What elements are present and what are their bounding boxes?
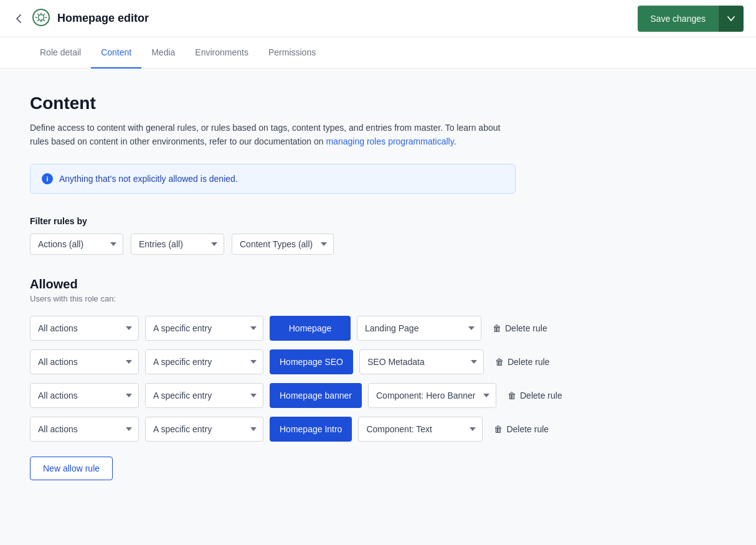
save-dropdown-button[interactable]: [718, 6, 744, 32]
main-content: Content Define access to content with ge…: [0, 69, 756, 505]
tab-content[interactable]: Content: [91, 37, 141, 69]
info-banner-text: Anything that's not explicitly allowed i…: [59, 174, 238, 184]
delete-rule-label: Delete rule: [508, 357, 550, 367]
rules-container: All actions A specific entry Homepage La…: [30, 316, 726, 442]
page-title: Homepage editor: [57, 12, 149, 25]
new-allow-rule-button[interactable]: New allow rule: [30, 457, 113, 480]
delete-rule-button-1[interactable]: 🗑 Delete rule: [490, 353, 555, 371]
back-button[interactable]: [12, 11, 25, 27]
entries-filter-select[interactable]: Entries (all): [131, 234, 224, 255]
rule-entry-name-button-2[interactable]: Homepage banner: [270, 383, 362, 408]
rule-entry-type-select-3[interactable]: A specific entry: [145, 417, 263, 442]
rule-entry-name-button-1[interactable]: Homepage SEO: [270, 349, 353, 374]
actions-filter-select[interactable]: Actions (all): [30, 234, 123, 255]
rule-entry-name-button-0[interactable]: Homepage: [270, 316, 351, 341]
rule-row: All actions A specific entry Homepage La…: [30, 316, 726, 341]
content-types-filter-select[interactable]: Content Types (all): [232, 234, 334, 255]
back-arrow-icon: [16, 14, 21, 23]
allowed-heading: Allowed: [30, 277, 726, 291]
delete-rule-button-2[interactable]: 🗑 Delete rule: [503, 387, 567, 404]
description-text-2: .: [454, 136, 456, 146]
rule-actions-select-3[interactable]: All actions: [30, 417, 139, 442]
rule-content-type-select-1[interactable]: SEO Metadata: [359, 349, 484, 374]
topbar-left: Homepage editor: [12, 9, 149, 28]
rule-actions-select-1[interactable]: All actions: [30, 349, 139, 374]
gear-icon: [32, 9, 50, 28]
chevron-down-icon: [727, 16, 735, 21]
tab-media[interactable]: Media: [141, 37, 185, 69]
allowed-subtext: Users with this role can:: [30, 294, 726, 303]
rule-entry-type-select-1[interactable]: A specific entry: [145, 349, 263, 374]
filter-label: Filter rules by: [30, 216, 726, 226]
trash-icon: 🗑: [494, 424, 503, 434]
content-description: Define access to content with general ru…: [30, 121, 516, 149]
tab-permissions[interactable]: Permissions: [258, 37, 326, 69]
info-icon: i: [42, 173, 53, 184]
docs-link[interactable]: managing roles programmatically: [326, 136, 454, 146]
rule-actions-select-2[interactable]: All actions: [30, 383, 139, 408]
trash-icon: 🗑: [495, 357, 504, 367]
rule-entry-name-button-3[interactable]: Homepage Intro: [270, 417, 352, 442]
info-banner: i Anything that's not explicitly allowed…: [30, 164, 516, 194]
delete-rule-button-3[interactable]: 🗑 Delete rule: [489, 420, 554, 438]
rule-entry-type-select-2[interactable]: A specific entry: [145, 383, 263, 408]
tabs-bar: Role detail Content Media Environments P…: [0, 37, 756, 69]
rule-content-type-select-3[interactable]: Component: Text: [358, 417, 483, 442]
topbar-right: Save changes: [638, 6, 744, 32]
save-changes-button[interactable]: Save changes: [638, 6, 718, 32]
rule-row: All actions A specific entry Homepage In…: [30, 417, 726, 442]
tab-environments[interactable]: Environments: [185, 37, 258, 69]
delete-rule-label: Delete rule: [506, 424, 549, 434]
rule-content-type-select-2[interactable]: Component: Hero Banner: [368, 383, 496, 408]
content-heading: Content: [30, 93, 726, 113]
rule-row: All actions A specific entry Homepage SE…: [30, 349, 726, 374]
filter-row: Actions (all) Entries (all) Content Type…: [30, 234, 726, 255]
rule-actions-select-0[interactable]: All actions: [30, 316, 139, 341]
delete-rule-label: Delete rule: [520, 391, 562, 400]
trash-icon: 🗑: [508, 391, 516, 400]
delete-rule-button-0[interactable]: 🗑 Delete rule: [488, 320, 552, 337]
rule-content-type-select-0[interactable]: Landing Page: [357, 316, 481, 341]
rule-row: All actions A specific entry Homepage ba…: [30, 383, 726, 408]
delete-rule-label: Delete rule: [505, 323, 547, 333]
trash-icon: 🗑: [493, 323, 501, 333]
tab-role-detail[interactable]: Role detail: [30, 37, 91, 69]
topbar: Homepage editor Save changes: [0, 0, 756, 37]
rule-entry-type-select-0[interactable]: A specific entry: [145, 316, 263, 341]
